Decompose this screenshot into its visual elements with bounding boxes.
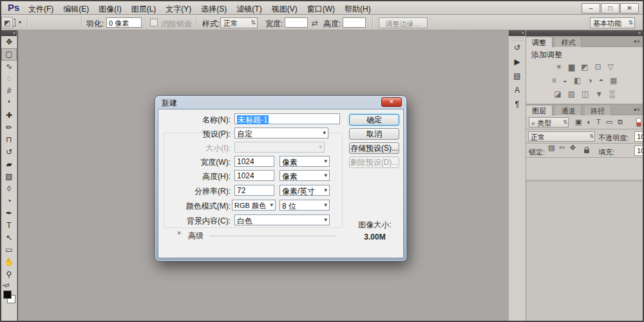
gradient-tool-icon[interactable]: ▧: [1, 171, 17, 183]
blur-tool-icon[interactable]: ◊: [1, 183, 17, 195]
resolution-unit-select[interactable]: 像素/英寸▾: [279, 185, 330, 196]
brightness-contrast-icon[interactable]: ☀: [555, 62, 562, 71]
hue-saturation-icon[interactable]: ≡: [552, 76, 556, 85]
save-preset-button[interactable]: 存储预设(S)...: [349, 142, 399, 154]
menu-item[interactable]: 编辑(E): [63, 4, 89, 15]
hand-tool-icon[interactable]: ✋: [1, 256, 17, 269]
photo-filter-icon[interactable]: ◑: [587, 76, 592, 85]
color-lookup-icon[interactable]: ▦: [610, 76, 617, 85]
foreground-color-swatch[interactable]: [3, 290, 12, 299]
cancel-button[interactable]: 取消: [349, 128, 399, 140]
path-selection-tool-icon[interactable]: ↖: [1, 232, 17, 244]
filter-adjustment-layers-icon[interactable]: ◐: [587, 118, 591, 126]
dialog-close-button[interactable]: ✕: [381, 97, 402, 107]
height-input[interactable]: 1024: [234, 170, 274, 181]
invert-icon[interactable]: ◪: [554, 90, 561, 99]
quick-selection-tool-icon[interactable]: ◌: [1, 73, 17, 85]
levels-icon[interactable]: ▆: [569, 62, 574, 71]
filter-pixel-layers-icon[interactable]: ▣: [575, 118, 582, 126]
feather-input[interactable]: 0 像素: [106, 17, 142, 28]
curves-icon[interactable]: ◩: [581, 62, 588, 71]
rectangular-marquee-tool-icon[interactable]: ▢: [1, 48, 17, 61]
resolution-input[interactable]: 72: [234, 185, 274, 196]
height-unit-select[interactable]: 像素▾: [279, 170, 330, 181]
fill-select[interactable]: 100%▾: [634, 146, 643, 156]
black-white-icon[interactable]: ◧: [574, 76, 581, 85]
menu-item[interactable]: 视图(V): [272, 4, 298, 15]
posterize-icon[interactable]: ▨: [568, 90, 575, 99]
move-tool-icon[interactable]: ✥: [1, 36, 17, 48]
pen-tool-icon[interactable]: ✒: [1, 207, 17, 220]
character-panel-icon[interactable]: A: [509, 83, 526, 97]
gradient-map-icon[interactable]: ▒: [609, 90, 615, 99]
menu-item[interactable]: 图像(I): [99, 4, 121, 15]
layer-filter-toggle-icon[interactable]: [636, 118, 641, 127]
workspace-select[interactable]: 基本功能⇅: [590, 17, 635, 28]
lock-transparent-pixels-icon[interactable]: ▨: [548, 144, 554, 151]
dodge-tool-icon[interactable]: ◔: [1, 195, 17, 207]
height-input[interactable]: [343, 17, 366, 28]
close-button[interactable]: ✕: [620, 3, 639, 14]
style-select[interactable]: 正常⇅: [220, 17, 258, 28]
filter-shape-layers-icon[interactable]: ▭: [606, 118, 612, 126]
history-panel-icon[interactable]: ↺: [509, 41, 526, 55]
panel-collapse-icon[interactable]: »: [526, 30, 643, 36]
maximize-button[interactable]: □: [601, 3, 620, 14]
threshold-icon[interactable]: ◫: [582, 90, 589, 99]
ok-button[interactable]: 确定: [349, 114, 399, 126]
panel-menu-icon[interactable]: ▾≡: [634, 107, 641, 113]
layer-filter-select[interactable]: ⌕ 类型⇅: [529, 117, 569, 128]
color-balance-icon[interactable]: ◒: [563, 76, 567, 85]
menu-item[interactable]: 文件(F): [28, 4, 53, 15]
menu-item[interactable]: 图层(L): [131, 4, 156, 15]
layers-list-area[interactable]: [526, 180, 643, 321]
eraser-tool-icon[interactable]: ▰: [1, 158, 17, 171]
tool-preset-dropdown-icon[interactable]: ▾: [19, 19, 21, 25]
paragraph-panel-icon[interactable]: ¶: [509, 97, 526, 111]
intersect-selection-mode-icon[interactable]: ◩: [1, 17, 13, 28]
swap-dimensions-icon[interactable]: ⇄: [312, 19, 318, 28]
swap-colors-icon[interactable]: ▪⇄: [3, 282, 10, 289]
lock-all-icon[interactable]: [584, 149, 589, 153]
history-brush-tool-icon[interactable]: ↺: [1, 146, 17, 158]
selective-color-icon[interactable]: ▼: [595, 90, 603, 99]
menu-item[interactable]: 文字(Y): [166, 4, 191, 15]
dock-collapse-icon[interactable]: »: [509, 30, 526, 36]
menu-item[interactable]: 窗口(W): [307, 4, 335, 15]
antialias-checkbox[interactable]: [150, 19, 158, 26]
width-input[interactable]: 1024: [234, 156, 274, 167]
type-tool-icon[interactable]: T: [1, 220, 17, 232]
filter-type-layers-icon[interactable]: T: [596, 118, 601, 126]
rectangle-tool-icon[interactable]: ▭: [1, 244, 17, 256]
name-input[interactable]: 未标题-1: [234, 113, 340, 124]
zoom-tool-icon[interactable]: ⚲: [1, 269, 17, 281]
panel-menu-icon[interactable]: ▾≡: [634, 39, 641, 44]
lock-position-icon[interactable]: ✥: [570, 144, 576, 151]
blend-mode-select[interactable]: 正常⇅: [528, 131, 595, 142]
advanced-toggle-icon[interactable]: »: [176, 231, 183, 235]
channel-mixer-icon[interactable]: ◓: [599, 76, 603, 85]
color-mode-select[interactable]: RGB 颜色▾: [232, 200, 276, 211]
actions-panel-icon[interactable]: ▶: [509, 55, 526, 69]
menu-item[interactable]: 选择(S): [201, 4, 227, 15]
preset-select[interactable]: 自定▾: [234, 128, 328, 138]
brush-tool-icon[interactable]: ✏: [1, 122, 17, 134]
opacity-select[interactable]: 100%▾: [634, 131, 643, 142]
exposure-icon[interactable]: ⊡: [595, 62, 601, 71]
menu-item[interactable]: 帮助(H): [345, 4, 371, 15]
refine-edge-button[interactable]: 调整边缘…: [379, 17, 428, 28]
crop-tool-icon[interactable]: #: [1, 85, 17, 97]
color-depth-select[interactable]: 8 位▾: [279, 200, 330, 211]
eyedropper-tool-icon[interactable]: ❛: [1, 97, 17, 109]
lock-image-pixels-icon[interactable]: ✏: [559, 144, 565, 151]
lasso-tool-icon[interactable]: ∿: [1, 61, 17, 73]
width-input[interactable]: [285, 17, 308, 28]
filter-smart-objects-icon[interactable]: ⧉: [618, 118, 623, 126]
spot-healing-brush-tool-icon[interactable]: ✚: [1, 109, 17, 122]
properties-panel-icon[interactable]: ▤: [509, 69, 526, 83]
background-contents-select[interactable]: 白色▾: [234, 214, 330, 225]
width-unit-select[interactable]: 像素▾: [279, 156, 330, 167]
toolbar-collapse-icon[interactable]: »: [1, 30, 17, 36]
menu-item[interactable]: 滤镜(T): [236, 4, 261, 15]
vibrance-icon[interactable]: ▽: [608, 62, 614, 71]
